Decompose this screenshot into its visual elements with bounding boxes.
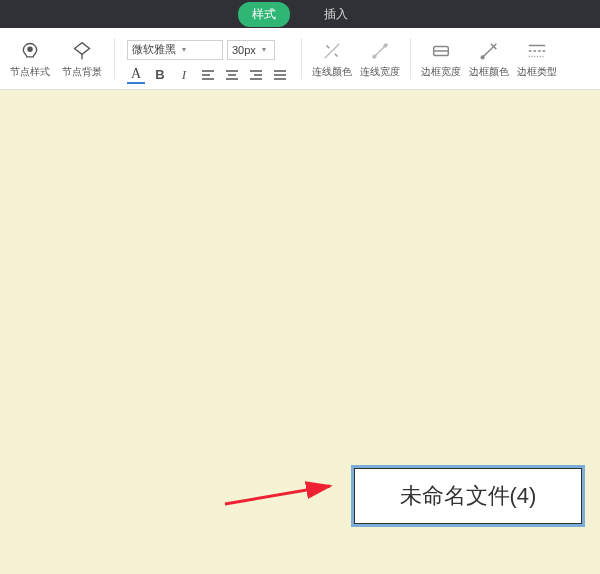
toolbar: 节点样式 节点背景 微软雅黑 ▾ 30px ▾ A B I: [0, 28, 600, 90]
node-bg-label: 节点背景: [62, 65, 102, 79]
align-left-button[interactable]: [199, 66, 217, 84]
svg-line-21: [225, 486, 330, 504]
border-type-label: 边框类型: [517, 65, 557, 79]
border-width-button[interactable]: 边框宽度: [417, 28, 465, 89]
font-format-group: 微软雅黑 ▾ 30px ▾ A B I: [121, 28, 295, 89]
border-width-label: 边框宽度: [421, 65, 461, 79]
bold-button[interactable]: B: [151, 66, 169, 84]
divider: [301, 38, 302, 79]
line-color-button[interactable]: 连线颜色: [308, 28, 356, 89]
font-size-value: 30px: [232, 44, 256, 56]
tab-insert[interactable]: 插入: [310, 2, 362, 27]
font-size-select[interactable]: 30px ▾: [227, 40, 275, 60]
border-color-label: 边框颜色: [469, 65, 509, 79]
canvas-area[interactable]: 未命名文件(4): [0, 90, 600, 574]
node-style-button[interactable]: 节点样式: [4, 28, 56, 89]
line-width-button[interactable]: 连线宽度: [356, 28, 404, 89]
border-type-button[interactable]: 边框类型: [513, 28, 561, 89]
italic-button[interactable]: I: [175, 66, 193, 84]
chevron-down-icon: ▾: [182, 45, 186, 54]
align-right-button[interactable]: [247, 66, 265, 84]
node-style-label: 节点样式: [10, 65, 50, 79]
chevron-down-icon: ▾: [262, 45, 266, 54]
node-style-icon: [18, 39, 42, 63]
node-bg-icon: [70, 39, 94, 63]
arrow-annotation: [220, 474, 340, 514]
divider: [410, 38, 411, 79]
border-width-icon: [429, 39, 453, 63]
svg-point-13: [373, 55, 376, 58]
border-color-button[interactable]: 边框颜色: [465, 28, 513, 89]
line-color-icon: [320, 39, 344, 63]
tab-style[interactable]: 样式: [238, 2, 290, 27]
line-color-label: 连线颜色: [312, 65, 352, 79]
node-bg-button[interactable]: 节点背景: [56, 28, 108, 89]
font-color-button[interactable]: A: [127, 66, 145, 84]
font-name-select[interactable]: 微软雅黑 ▾: [127, 40, 223, 60]
align-justify-button[interactable]: [271, 66, 289, 84]
font-name-value: 微软雅黑: [132, 42, 176, 57]
line-width-label: 连线宽度: [360, 65, 400, 79]
mindmap-root-node[interactable]: 未命名文件(4): [354, 468, 582, 524]
line-width-icon: [368, 39, 392, 63]
svg-point-17: [481, 56, 484, 59]
svg-point-0: [28, 47, 32, 51]
border-color-icon: [477, 39, 501, 63]
align-center-button[interactable]: [223, 66, 241, 84]
svg-point-14: [384, 44, 387, 47]
divider: [114, 38, 115, 79]
node-text: 未命名文件(4): [400, 481, 537, 511]
border-type-icon: [525, 39, 549, 63]
top-tab-bar: 样式 插入: [0, 0, 600, 28]
